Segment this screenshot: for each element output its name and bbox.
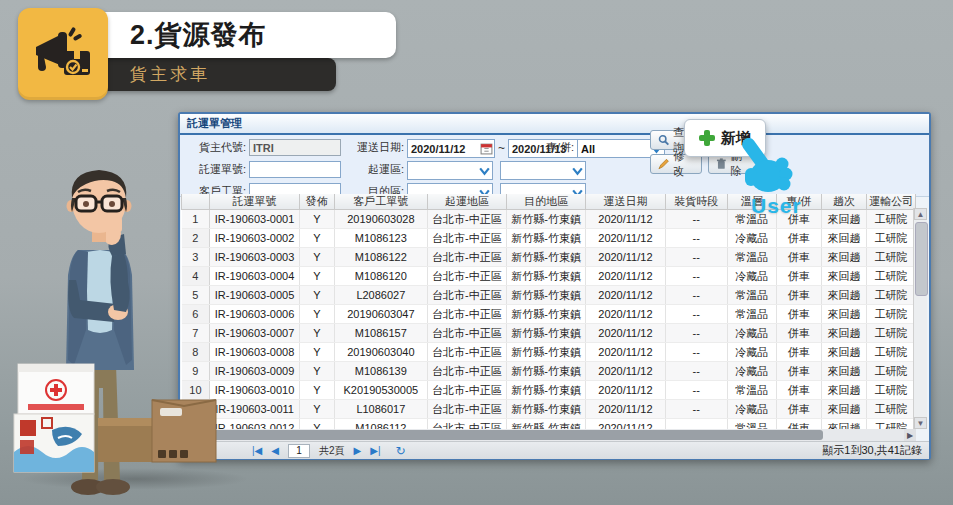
table-cell: K20190530005: [334, 381, 427, 400]
column-header[interactable]: 託運單號: [210, 194, 299, 210]
refresh-icon[interactable]: ↻: [396, 444, 406, 458]
table-cell: 2020/11/12: [586, 362, 665, 381]
column-header[interactable]: 趟次: [821, 194, 866, 210]
section-subtitle: 貨主求車: [130, 63, 210, 86]
vertical-scrollbar[interactable]: ▲ ▼: [913, 208, 927, 429]
table-cell: 來回趟: [821, 286, 866, 305]
horizontal-scrollbar[interactable]: ▶: [181, 429, 916, 441]
table-cell: 新竹縣-竹東鎮: [507, 362, 586, 381]
table-cell: M1086120: [334, 267, 427, 286]
table-row[interactable]: 9IR-190603-0009YM1086139台北市-中正區新竹縣-竹東鎮20…: [182, 362, 916, 381]
table-cell: 工研院: [867, 362, 916, 381]
table-cell: --: [665, 343, 727, 362]
table-row[interactable]: 11IR-190603-0011YL1086017台北市-中正區新竹縣-竹東鎮2…: [182, 400, 916, 419]
last-page-button[interactable]: ▶|: [370, 445, 380, 456]
owner-code-label: 貨主代號:: [188, 139, 246, 156]
table-cell: 來回趟: [821, 343, 866, 362]
table-cell: 工研院: [867, 419, 916, 430]
table-cell: 新竹縣-竹東鎮: [507, 324, 586, 343]
column-header[interactable]: 裝貨時段: [665, 194, 727, 210]
table-cell: 新竹縣-竹東鎮: [507, 267, 586, 286]
origin-area-select-1[interactable]: [407, 161, 493, 180]
column-header[interactable]: 運輸公司: [867, 194, 916, 210]
table-cell: 2020/11/12: [586, 286, 665, 305]
table-cell: --: [665, 419, 727, 430]
table-row[interactable]: 4IR-190603-0004YM1086120台北市-中正區新竹縣-竹東鎮20…: [182, 267, 916, 286]
table-row[interactable]: 7IR-190603-0007YM1086157台北市-中正區新竹縣-竹東鎮20…: [182, 324, 916, 343]
table-row[interactable]: 3IR-190603-0003YM1086122台北市-中正區新竹縣-竹東鎮20…: [182, 248, 916, 267]
table-cell: 工研院: [867, 229, 916, 248]
delivery-date-label: 運送日期:: [348, 139, 404, 156]
table-cell: 來回趟: [821, 305, 866, 324]
table-cell: 20190603040: [334, 343, 427, 362]
table-cell: 台北市-中正區: [427, 229, 506, 248]
edit-button[interactable]: 修改: [650, 154, 702, 174]
table-cell: 3: [182, 248, 210, 267]
table-cell: M1086122: [334, 248, 427, 267]
consignment-no-input[interactable]: [249, 161, 341, 178]
cardboard-boxes-illustration: [96, 396, 220, 466]
scroll-up-icon[interactable]: ▲: [914, 208, 927, 220]
scroll-right-icon[interactable]: ▶: [904, 429, 916, 441]
table-cell: Y: [299, 248, 334, 267]
table-cell: Y: [299, 267, 334, 286]
column-header[interactable]: 目的地區: [507, 194, 586, 210]
table-cell: 7: [182, 324, 210, 343]
table-cell: IR-190603-0007: [210, 324, 299, 343]
section-subtitle-banner: 貨主求車: [100, 58, 336, 91]
table-row[interactable]: 2IR-190603-0002YM1086123台北市-中正區新竹縣-竹東鎮20…: [182, 229, 916, 248]
table-cell: 工研院: [867, 210, 916, 229]
table-cell: 2020/11/12: [586, 324, 665, 343]
date-from-picker[interactable]: 2020/11/12: [407, 139, 495, 158]
table-row[interactable]: 10IR-190603-0010YK20190530005台北市-中正區新竹縣-…: [182, 381, 916, 400]
table-cell: 20190603047: [334, 305, 427, 324]
first-page-button[interactable]: |◀: [252, 445, 262, 456]
origin-area-select-2[interactable]: [500, 161, 586, 180]
table-cell: 併車: [776, 419, 821, 430]
pencil-icon: [658, 158, 669, 170]
record-count-status: 顯示1到30,共41記錄: [822, 443, 922, 458]
shipment-table-container: 託運單號發佈客戶工單號起運地區目的地區運送日期裝貨時段溫層專/併趟次運輸公司 1…: [181, 194, 916, 429]
table-row[interactable]: 6IR-190603-0006Y20190603047台北市-中正區新竹縣-竹東…: [182, 305, 916, 324]
scroll-down-icon[interactable]: ▼: [914, 417, 927, 429]
table-cell: 來回趟: [821, 362, 866, 381]
page-number-input[interactable]: [288, 444, 310, 458]
table-cell: IR-190603-0009: [210, 362, 299, 381]
table-cell: 4: [182, 267, 210, 286]
table-cell: 20190603028: [334, 210, 427, 229]
table-row[interactable]: 5IR-190603-0005YL2086027台北市-中正區新竹縣-竹東鎮20…: [182, 286, 916, 305]
table-row[interactable]: 8IR-190603-0008Y20190603040台北市-中正區新竹縣-竹東…: [182, 343, 916, 362]
table-cell: --: [665, 400, 727, 419]
table-cell: IR-190603-0006: [210, 305, 299, 324]
table-cell: 2020/11/12: [586, 248, 665, 267]
table-cell: 9: [182, 362, 210, 381]
table-cell: 工研院: [867, 381, 916, 400]
next-page-button[interactable]: ▶: [354, 445, 362, 456]
prev-page-button[interactable]: ◀: [271, 445, 279, 456]
vertical-scrollbar-thumb[interactable]: [915, 222, 928, 296]
table-row[interactable]: 12IR-190603-0012YM1086112台北市-中正區新竹縣-竹東鎮2…: [182, 419, 916, 430]
table-cell: Y: [299, 381, 334, 400]
table-cell: 2020/11/12: [586, 267, 665, 286]
table-cell: IR-190603-0004: [210, 267, 299, 286]
column-header[interactable]: 發佈: [299, 194, 334, 210]
table-cell: IR-190603-0011: [210, 400, 299, 419]
column-header[interactable]: 運送日期: [586, 194, 665, 210]
column-header[interactable]: 起運地區: [427, 194, 506, 210]
table-cell: 冷藏品: [727, 267, 776, 286]
table-cell: --: [665, 229, 727, 248]
owner-code-input[interactable]: [249, 139, 341, 156]
calendar-icon[interactable]: [480, 142, 493, 155]
table-cell: 新竹縣-竹東鎮: [507, 343, 586, 362]
column-header[interactable]: 客戶工單號: [334, 194, 427, 210]
table-cell: 台北市-中正區: [427, 343, 506, 362]
table-cell: 6: [182, 305, 210, 324]
table-cell: 台北市-中正區: [427, 248, 506, 267]
window-titlebar[interactable]: 託運單管理: [180, 114, 929, 135]
column-header[interactable]: [182, 194, 210, 210]
table-cell: 常溫品: [727, 286, 776, 305]
table-cell: IR-190603-0010: [210, 381, 299, 400]
table-cell: 工研院: [867, 267, 916, 286]
table-cell: 併車: [776, 248, 821, 267]
horizontal-scrollbar-thumb[interactable]: [183, 430, 823, 440]
